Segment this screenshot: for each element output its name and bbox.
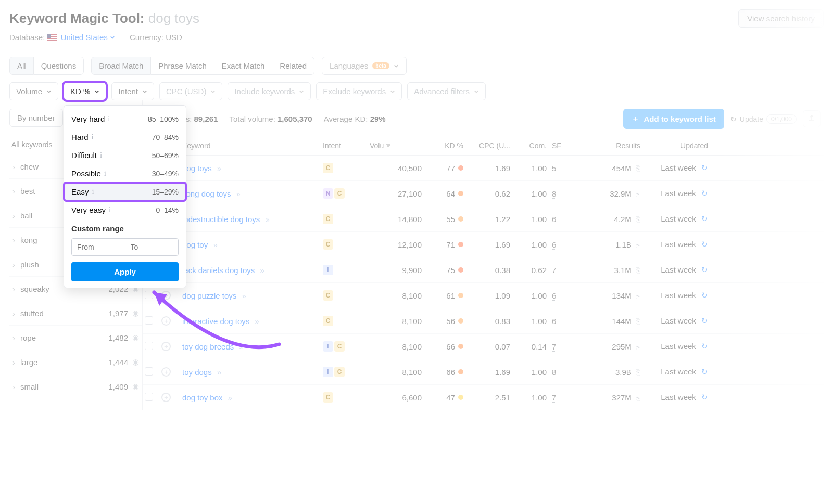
tab-phrase[interactable]: Phrase Match: [151, 57, 214, 75]
col-intent[interactable]: Intent: [323, 141, 370, 150]
sf-cell[interactable]: 7: [552, 266, 583, 275]
col-keyword[interactable]: Keyword: [182, 141, 323, 150]
keyword-link[interactable]: kong dog toys »: [182, 189, 241, 198]
keyword-link[interactable]: jack daniels dog toys »: [182, 266, 264, 275]
col-updated[interactable]: Updated: [646, 141, 713, 150]
serp-icon[interactable]: ⎘: [634, 266, 640, 275]
kd-to-input[interactable]: [125, 239, 179, 255]
kd-from-input[interactable]: [72, 239, 125, 255]
eye-icon[interactable]: ◉: [132, 333, 139, 342]
refresh-row-icon[interactable]: ↻: [699, 265, 708, 274]
serp-icon[interactable]: ⎘: [634, 189, 640, 198]
serp-icon[interactable]: ⎘: [634, 368, 640, 377]
col-sf[interactable]: SF: [552, 141, 583, 150]
sf-cell[interactable]: 7: [552, 393, 583, 402]
tab-related[interactable]: Related: [272, 57, 314, 75]
row-checkbox[interactable]: [145, 393, 153, 401]
refresh-row-icon[interactable]: ↻: [699, 342, 708, 351]
keyword-link[interactable]: indestructible dog toys »: [182, 215, 270, 224]
serp-icon[interactable]: ⎘: [634, 317, 640, 326]
add-row-icon[interactable]: +: [161, 342, 171, 351]
eye-icon[interactable]: ◉: [132, 308, 139, 318]
col-volume[interactable]: Volu: [370, 141, 427, 150]
keyword-link[interactable]: toy dogs »: [182, 368, 221, 377]
refresh-row-icon[interactable]: ↻: [699, 291, 708, 300]
col-cpc[interactable]: CPC (U...: [469, 141, 515, 150]
keyword-link[interactable]: dog puzzle toys »: [182, 291, 246, 300]
filter-include[interactable]: Include keywords: [228, 82, 311, 100]
add-row-icon[interactable]: +: [161, 367, 171, 377]
filter-volume[interactable]: Volume: [9, 82, 58, 100]
row-checkbox[interactable]: [145, 342, 153, 350]
kd-difficulty-dot-icon: [458, 395, 463, 400]
keyword-link[interactable]: dog toy box »: [182, 393, 232, 402]
kd-option-very-easy[interactable]: Very easy i0–14%: [64, 201, 186, 219]
sf-cell[interactable]: 5: [552, 164, 583, 173]
sf-cell[interactable]: 8: [552, 189, 583, 198]
filter-kd[interactable]: KD %: [64, 82, 106, 100]
row-checkbox[interactable]: [145, 367, 153, 376]
refresh-row-icon[interactable]: ↻: [699, 189, 708, 198]
serp-icon[interactable]: ⎘: [634, 164, 640, 173]
serp-icon[interactable]: ⎘: [634, 215, 640, 224]
sf-cell[interactable]: 8: [552, 368, 583, 377]
kd-apply-button[interactable]: Apply: [71, 262, 179, 281]
filter-exclude[interactable]: Exclude keywords: [316, 82, 402, 100]
refresh-row-icon[interactable]: ↻: [699, 214, 708, 223]
sidebar-item-small[interactable]: ›small1,409◉: [9, 374, 142, 398]
sidebar-item-rope[interactable]: ›rope1,482◉: [9, 325, 142, 350]
filter-intent[interactable]: Intent: [111, 82, 154, 100]
add-row-icon[interactable]: +: [161, 393, 171, 402]
refresh-row-icon[interactable]: ↻: [699, 163, 708, 172]
serp-icon[interactable]: ⎘: [634, 291, 640, 300]
tab-broad[interactable]: Broad Match: [91, 57, 151, 75]
results-cell: 32.9M ⎘: [583, 189, 646, 198]
refresh-row-icon[interactable]: ↻: [699, 393, 708, 402]
serp-icon[interactable]: ⎘: [634, 342, 640, 351]
eye-icon[interactable]: ◉: [132, 357, 139, 367]
sidebar-item-large[interactable]: ›large1,444◉: [9, 350, 142, 374]
sf-cell[interactable]: 7: [552, 342, 583, 351]
kd-option-very-hard[interactable]: Very hard i85–100%: [64, 110, 186, 128]
open-icon: »: [234, 189, 241, 198]
serp-icon[interactable]: ⎘: [634, 393, 640, 402]
kd-option-hard[interactable]: Hard i70–84%: [64, 128, 186, 146]
row-checkbox[interactable]: [145, 291, 153, 299]
kd-option-difficult[interactable]: Difficult i50–69%: [64, 146, 186, 164]
add-row-icon[interactable]: +: [161, 291, 171, 300]
add-row-icon[interactable]: +: [161, 316, 171, 326]
tab-all[interactable]: All: [9, 57, 34, 75]
com-cell: 0.14: [515, 342, 552, 351]
filter-advanced[interactable]: Advanced filters: [407, 82, 486, 100]
keyword-link[interactable]: interactive dog toys »: [182, 317, 259, 326]
filter-cpc[interactable]: CPC (USD): [159, 82, 223, 100]
refresh-row-icon[interactable]: ↻: [699, 367, 708, 376]
export-button[interactable]: [803, 110, 821, 127]
col-com[interactable]: Com.: [515, 141, 552, 150]
tab-exact[interactable]: Exact Match: [214, 57, 273, 75]
row-checkbox[interactable]: [145, 316, 153, 325]
col-results[interactable]: Results: [583, 141, 646, 150]
view-history-button[interactable]: View search history: [738, 9, 824, 28]
refresh-row-icon[interactable]: ↻: [699, 240, 708, 249]
keyword-link[interactable]: dog toy »: [182, 240, 218, 249]
sf-cell[interactable]: 6: [552, 240, 583, 249]
col-kd[interactable]: KD %: [427, 141, 469, 150]
by-number-toggle[interactable]: By number: [9, 109, 63, 127]
refresh-row-icon[interactable]: ↻: [699, 316, 708, 325]
keyword-link[interactable]: dog toys »: [182, 164, 221, 173]
languages-dropdown[interactable]: Languages beta: [322, 57, 407, 75]
serp-icon[interactable]: ⎘: [634, 240, 640, 249]
sf-cell[interactable]: 6: [552, 317, 583, 326]
kd-option-easy[interactable]: Easy i15–29%: [64, 183, 186, 201]
eye-icon[interactable]: ◉: [132, 382, 139, 391]
add-to-keyword-list-button[interactable]: ＋ Add to keyword list: [623, 109, 724, 129]
sidebar-item-stuffed[interactable]: ›stuffed1,977◉: [9, 301, 142, 325]
sf-cell[interactable]: 6: [552, 291, 583, 300]
database-picker[interactable]: Database: United States: [9, 33, 115, 42]
kd-option-possible[interactable]: Possible i30–49%: [64, 164, 186, 183]
update-button[interactable]: ↻ Update 0/1,000: [730, 114, 797, 124]
tab-questions[interactable]: Questions: [34, 57, 84, 75]
sf-cell[interactable]: 6: [552, 215, 583, 224]
keyword-link[interactable]: toy dog breeds »: [182, 342, 244, 351]
